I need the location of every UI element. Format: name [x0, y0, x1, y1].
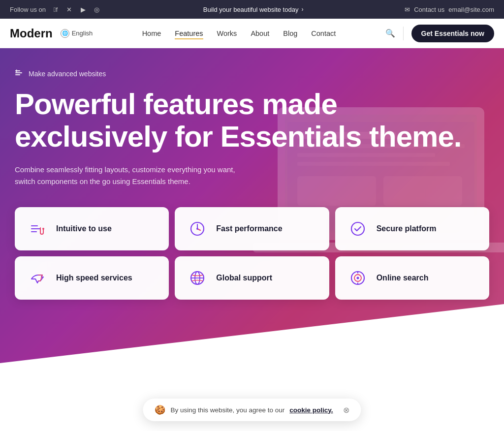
logo[interactable]: Modern: [10, 27, 53, 40]
cookie-banner: 🍪 By using this website, you agree to ou…: [143, 399, 361, 402]
nav-left: Modern 🌐 English: [10, 27, 93, 40]
search-button[interactable]: 🔍: [385, 29, 395, 38]
get-essentials-button[interactable]: Get Essentials now: [411, 25, 494, 42]
svg-point-28: [356, 277, 359, 279]
contact-label: Contact us: [414, 6, 444, 13]
hero-tag-text: Make advanced websites: [29, 70, 106, 78]
language-selector[interactable]: 🌐 English: [61, 29, 93, 38]
highspeed-label: High speed services: [56, 274, 132, 282]
feature-card-highspeed[interactable]: High speed services: [15, 256, 169, 300]
language-label: English: [72, 30, 93, 37]
feature-card-fast[interactable]: Fast performance: [175, 207, 329, 250]
center-cta-text: Build your beautiful website today: [203, 6, 299, 13]
tag-icon: [15, 68, 25, 79]
hero-description: Combine seamlessly fitting layouts, cust…: [15, 164, 251, 187]
globe-icon: 🌐: [61, 29, 69, 38]
instagram-icon[interactable]: ◎: [92, 4, 102, 14]
mail-icon: ✉: [405, 6, 410, 13]
svg-point-17: [42, 228, 44, 230]
nav-links: Home Features Works About Blog Contact: [142, 29, 336, 38]
x-twitter-icon[interactable]: ✕: [64, 4, 74, 14]
social-follow: Follow us on f ✕ ▶ ◎: [10, 4, 102, 14]
highspeed-icon: [27, 267, 48, 289]
nav-features[interactable]: Features: [175, 30, 203, 39]
nav-right: 🔍 Get Essentials now: [385, 25, 494, 42]
top-bar-center-cta[interactable]: Build your beautiful website today ›: [203, 6, 304, 13]
feature-card-intuitive[interactable]: Intuitive to use: [15, 207, 169, 250]
svg-point-21: [196, 228, 198, 230]
nav-contact[interactable]: Contact: [311, 30, 336, 37]
feature-card-online[interactable]: Online search: [335, 256, 489, 300]
secure-icon: [347, 218, 369, 240]
secure-label: Secure platform: [377, 224, 437, 233]
online-icon: [347, 267, 369, 289]
nav-home[interactable]: Home: [142, 30, 161, 37]
features-grid: Intuitive to use Fast performance: [15, 207, 489, 300]
global-label: Global support: [216, 274, 272, 282]
follow-label: Follow us on: [10, 6, 46, 13]
nav-blog[interactable]: Blog: [283, 30, 297, 37]
fast-label: Fast performance: [216, 224, 282, 233]
social-icons: f ✕ ▶ ◎: [51, 4, 102, 14]
svg-point-22: [351, 222, 364, 235]
feature-card-global[interactable]: Global support: [175, 256, 329, 300]
center-cta-arrow: ›: [301, 6, 303, 13]
top-bar: Follow us on f ✕ ▶ ◎ Build your beautif…: [0, 0, 504, 19]
intuitive-icon: [27, 218, 48, 240]
online-label: Online search: [377, 274, 429, 282]
main-nav: Modern 🌐 English Home Features Works Abo…: [0, 19, 504, 48]
youtube-icon[interactable]: ▶: [78, 4, 88, 14]
nav-divider: [403, 27, 404, 40]
nav-works[interactable]: Works: [217, 30, 237, 37]
global-icon: [187, 267, 208, 289]
nav-about[interactable]: About: [251, 30, 269, 37]
top-bar-contact: ✉ Contact us email@site.com: [405, 6, 494, 13]
hero-content: Make advanced websites Powerful features…: [15, 68, 489, 300]
contact-email[interactable]: email@site.com: [448, 6, 494, 13]
feature-card-secure[interactable]: Secure platform: [335, 207, 489, 250]
hero-section: Make advanced websites Powerful features…: [0, 48, 504, 402]
hero-title: Powerful features made exclusively for E…: [15, 88, 482, 153]
intuitive-label: Intuitive to use: [56, 224, 112, 233]
hero-tag: Make advanced websites: [15, 68, 489, 79]
facebook-icon[interactable]: f: [51, 4, 61, 14]
fast-icon: [187, 218, 208, 240]
